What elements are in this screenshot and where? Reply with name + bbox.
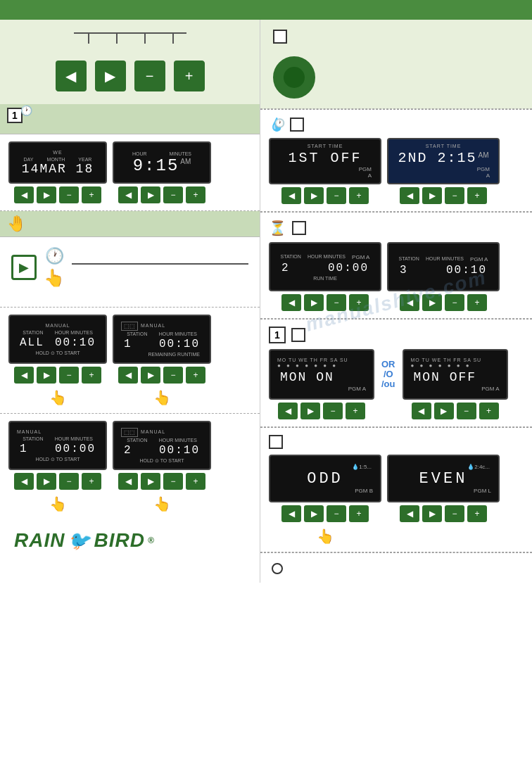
minus-button[interactable]: − [134, 61, 165, 91]
even-minus[interactable]: − [445, 505, 464, 522]
ms1-minus[interactable]: − [163, 367, 183, 384]
s1t-minus[interactable]: − [327, 187, 346, 204]
green-circle-button[interactable] [273, 56, 315, 99]
s1t-back[interactable]: ◀ [281, 187, 301, 204]
logo-bird-icon: 🐦 [68, 530, 91, 552]
top-bar [0, 0, 532, 20]
s2t-plus[interactable]: + [467, 187, 487, 204]
odd-even-section: 💧1:5... ODD PGM B ◀ ▶ − + 👆 [260, 428, 532, 552]
s2t-minus[interactable]: − [445, 187, 464, 204]
main-content: ◀ ▶ − + 1 🕐 WE DAY [0, 20, 532, 583]
even-fwd[interactable]: ▶ [422, 505, 442, 522]
mon-on-pgm: PGM A [277, 386, 366, 392]
ms2-fwd[interactable]: ▶ [141, 473, 160, 490]
start2-value: 2ND 2:15 [398, 150, 476, 166]
top-checkbox[interactable] [273, 30, 287, 44]
ms1b-minus[interactable]: − [59, 473, 79, 490]
ms1-fwd[interactable]: ▶ [141, 367, 160, 384]
s1t-fwd[interactable]: ▶ [304, 187, 324, 204]
manual-s1b-time: 00:00 [55, 443, 96, 455]
ms1b-fwd[interactable]: ▶ [37, 473, 56, 490]
play-icon-box[interactable]: ▶ [11, 255, 37, 280]
ma-back[interactable]: ◀ [14, 367, 34, 384]
s1t-plus[interactable]: + [349, 187, 369, 204]
back-button[interactable]: ◀ [56, 61, 87, 91]
rs3-back[interactable]: ◀ [400, 294, 419, 311]
odd-display: 💧1:5... ODD PGM B [269, 455, 381, 502]
date-minus-btn[interactable]: − [59, 186, 79, 203]
mof-fwd[interactable]: ▶ [434, 403, 454, 419]
manual-steps-icon: ⬚⬚ [121, 322, 138, 331]
odd-even-checkbox[interactable] [269, 435, 283, 449]
runtime-checkbox[interactable] [292, 221, 306, 235]
mo-plus[interactable]: + [346, 403, 365, 419]
manual-s1b-station: 1 [20, 443, 28, 455]
mon-on-group: MO TU WE TH FR SA SU ● ● ● ● ● ● ● MON O… [269, 349, 374, 419]
mo-fwd[interactable]: ▶ [300, 403, 320, 419]
rs2-minus[interactable]: − [327, 294, 346, 311]
time-back-btn[interactable]: ◀ [118, 186, 138, 203]
ma-plus[interactable]: + [82, 367, 101, 384]
program1-icon: 1 [269, 327, 286, 343]
rs3-plus[interactable]: + [467, 294, 487, 311]
even-nav: ◀ ▶ − + [400, 505, 487, 522]
rs3-fwd[interactable]: ▶ [422, 294, 442, 311]
even-plus[interactable]: + [467, 505, 487, 522]
day-schedule-checkbox[interactable] [291, 328, 305, 342]
ms1-plus[interactable]: + [186, 367, 205, 384]
odd-minus[interactable]: − [327, 505, 346, 522]
logo-area: RAIN 🐦 BIRD ® [0, 519, 260, 562]
time-display: HOUR MINUTES 9:15 AM [113, 141, 211, 184]
manual-all-time: 00:10 [55, 336, 96, 349]
forward-button[interactable]: ▶ [95, 61, 126, 91]
s2t-back[interactable]: ◀ [400, 187, 419, 204]
s2t-fwd[interactable]: ▶ [422, 187, 442, 204]
rs2-back[interactable]: ◀ [281, 294, 301, 311]
date-back-btn[interactable]: ◀ [14, 186, 34, 203]
manual-s1-nav: ◀ ▶ − + [118, 367, 205, 384]
or-divider: OR/O/ou [379, 349, 398, 400]
ma-fwd[interactable]: ▶ [37, 367, 56, 384]
even-back[interactable]: ◀ [400, 505, 419, 522]
manual-label-1: MANUAL [17, 323, 99, 328]
ma-minus[interactable]: − [59, 367, 79, 384]
mof-plus[interactable]: + [479, 403, 499, 419]
odd-nav: ◀ ▶ − + [281, 505, 369, 522]
manual-s2-time: 00:10 [159, 444, 200, 457]
mo-back[interactable]: ◀ [278, 403, 298, 419]
time-fwd-btn[interactable]: ▶ [141, 186, 160, 203]
logo-rain: RAIN [14, 529, 65, 552]
mof-minus[interactable]: − [457, 403, 476, 419]
time-minus-btn[interactable]: − [163, 186, 183, 203]
plus-button[interactable]: + [174, 61, 205, 91]
odd-fwd[interactable]: ▶ [304, 505, 324, 522]
mon-on-display: MO TU WE TH FR SA SU ● ● ● ● ● ● ● MON O… [269, 349, 374, 400]
ms2-back[interactable]: ◀ [118, 473, 138, 490]
date-plus-btn[interactable]: + [82, 186, 101, 203]
ms2-minus[interactable]: − [163, 473, 183, 490]
time-plus-btn[interactable]: + [186, 186, 205, 203]
odd-back[interactable]: ◀ [281, 505, 301, 522]
mon-off-group: MO TU WE TH FR SA SU ● ● ● ● ● ● ● MON O… [403, 349, 508, 419]
ms1-back[interactable]: ◀ [118, 367, 138, 384]
date-fwd-btn[interactable]: ▶ [37, 186, 56, 203]
runtime-s2-nav: ◀ ▶ − + [281, 294, 369, 311]
ms2-plus[interactable]: + [186, 473, 205, 490]
rs2-plus[interactable]: + [349, 294, 369, 311]
start2-ampm: AM [479, 151, 489, 159]
rs3-minus[interactable]: − [445, 294, 464, 311]
ms1b-back[interactable]: ◀ [14, 473, 34, 490]
start1-group: START TIME 1ST OFF PGMA ◀ ▶ − + [269, 138, 381, 204]
start-time-checkbox[interactable] [290, 118, 304, 132]
manual-s2-nav: ◀ ▶ − + [118, 473, 205, 490]
rs2-fwd[interactable]: ▶ [304, 294, 324, 311]
odd-plus[interactable]: + [349, 505, 369, 522]
manual-sub-3: STATION HOUR MINUTES [17, 436, 99, 441]
mon-off-pgm: PGM A [411, 386, 500, 392]
ms1b-plus[interactable]: + [82, 473, 101, 490]
mof-back[interactable]: ◀ [412, 403, 431, 419]
mon-off-value: MON OFF [414, 370, 477, 384]
start1-pgm: PGMA [277, 166, 373, 179]
mo-minus[interactable]: − [323, 403, 343, 419]
rainbird-logo: RAIN 🐦 BIRD ® [14, 529, 155, 552]
